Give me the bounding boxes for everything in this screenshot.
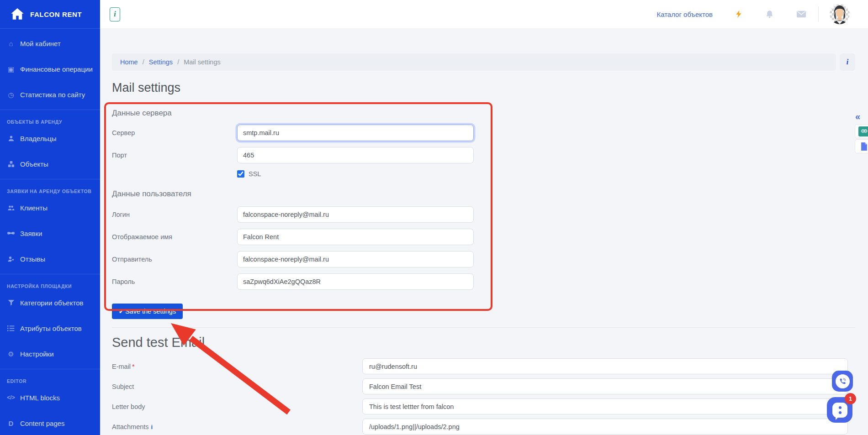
home-logo-icon [10,7,25,21]
sidebar-item-finance[interactable]: ▣ Финансовые операции [0,56,100,82]
divider [112,327,855,328]
logo[interactable]: FALCON RENT [0,0,100,28]
attachments-info-icon: i [151,424,153,430]
code-icon: </> [7,395,15,400]
sender-row: Отправитель [112,251,855,267]
sidebar-item-content-pages[interactable]: D Content pages [0,410,100,435]
sidebar-item-settings[interactable]: ⚙ Настройки [0,341,100,367]
test-email-input[interactable] [362,358,848,374]
box-icon: ▣ [7,66,15,73]
home-icon: ⌂ [7,40,15,47]
breadcrumb-row: Home / Settings / Mail settings i [112,53,855,71]
chat-bubble-icon [832,403,847,418]
login-label: Логин [112,211,237,218]
breadcrumb-settings[interactable]: Settings [149,58,173,66]
clock-icon: ◷ [7,91,15,98]
reviews-icon [7,256,15,262]
page-info-button[interactable]: i [110,7,120,21]
save-settings-button[interactable]: ✔Save the settings [112,304,183,319]
breadcrumb-separator: / [177,58,179,66]
sidebar-item-owners[interactable]: Владельцы [0,126,100,151]
breadcrumb-info-button[interactable]: i [840,53,855,71]
attachments-label: Attachments [112,423,149,430]
display-name-input[interactable] [237,229,474,245]
port-input[interactable] [237,147,474,163]
sidebar: FALCON RENT ⌂ Мой кабинет ▣ Финансовые о… [0,0,100,435]
lightning-icon[interactable] [735,10,743,19]
server-label: Сервер [112,129,237,136]
display-name-label: Отображаемое имя [112,233,237,241]
document-button[interactable] [855,139,868,153]
attributes-list-icon [7,325,15,331]
divider [0,177,100,181]
breadcrumb-home[interactable]: Home [120,58,138,66]
widgets-button[interactable]: ⚙⚙ [855,124,868,138]
sidebar-item-my-cabinet[interactable]: ⌂ Мой кабинет [0,31,100,56]
send-test-email-title: Send test Email [112,335,855,350]
topbar-right: Каталог объектов [656,4,868,24]
server-row: Сервер [112,125,855,141]
ssl-checkbox[interactable] [237,170,244,178]
breadcrumb: Home / Settings / Mail settings [112,53,836,71]
login-row: Логин [112,206,855,223]
sender-label: Отправитель [112,256,237,263]
sidebar-nav: ⌂ Мой кабинет ▣ Финансовые операции ◷ Ст… [0,29,100,435]
chat-badge: 1 [845,393,856,404]
cubes-icon [7,161,15,168]
password-input[interactable] [237,273,474,290]
sidebar-item-reviews[interactable]: Отзывы [0,246,100,272]
subject-row: Subject [112,378,855,394]
divider [0,272,100,276]
mail-icon[interactable] [796,10,806,18]
page-title: Mail settings [112,81,855,95]
email-label: E-mail [112,363,131,370]
edge-tools-panel: ⚙⚙ [855,124,868,154]
attachments-input[interactable] [362,419,848,435]
sidebar-item-clients[interactable]: Клиенты [0,195,100,220]
filter-icon [7,299,15,306]
sidebar-item-object-attributes[interactable]: Атрибуты объектов [0,315,100,341]
password-label: Пароль [112,278,237,285]
sidebar-section-rent-objects: ОБЪЕКТЫ В АРЕНДУ [0,112,100,126]
letter-body-input[interactable] [362,398,848,414]
main-content: Home / Settings / Mail settings i Mail s… [100,28,868,435]
sidebar-section-rent-requests: ЗАЯВКИ НА АРЕНДУ ОБЪЕКТОВ [0,181,100,195]
gear-icon: ⚙ [7,351,15,357]
check-icon: ✔ [119,308,124,315]
viber-button[interactable] [832,371,853,392]
divider [818,6,819,22]
catalog-link[interactable]: Каталог объектов [656,10,713,18]
sidebar-item-site-stats[interactable]: ◷ Статистика по сайту [0,82,100,107]
attachments-row: Attachmentsi [112,419,855,435]
breadcrumb-current: Mail settings [184,58,221,66]
password-row: Пароль [112,273,855,290]
sidebar-item-object-categories[interactable]: Категории объектов [0,290,100,315]
login-input[interactable] [237,206,474,223]
bell-icon[interactable] [765,10,774,19]
subject-input[interactable] [362,378,848,394]
collapse-panel-chevron-icon[interactable]: « [855,111,860,122]
sidebar-section-site-setup: НАСТРОЙКА ПЛОЩАДКИ [0,276,100,290]
handshake-icon [7,230,15,236]
required-asterisk: * [132,363,135,370]
sidebar-item-objects[interactable]: Объекты [0,151,100,177]
chat-button[interactable]: 1 [827,397,852,423]
port-row: Порт [112,147,855,163]
sidebar-section-editor: EDITOR [0,371,100,385]
user-section-title: Данные пользователя [112,189,855,199]
display-name-row: Отображаемое имя [112,229,855,245]
sidebar-item-requests[interactable]: Заявки [0,220,100,246]
port-label: Порт [112,152,237,159]
sender-input[interactable] [237,251,474,267]
document-icon [860,142,868,151]
divider [0,367,100,371]
ssl-row: SSL [112,170,855,178]
owner-icon [7,135,15,142]
subject-label: Subject [112,383,362,390]
topbar: i Каталог объектов [100,0,868,28]
avatar[interactable] [830,4,850,24]
ssl-label: SSL [249,170,261,178]
server-input[interactable] [237,125,474,141]
content-pages-icon: D [7,420,15,427]
sidebar-item-html-blocks[interactable]: </> HTML blocks [0,385,100,410]
